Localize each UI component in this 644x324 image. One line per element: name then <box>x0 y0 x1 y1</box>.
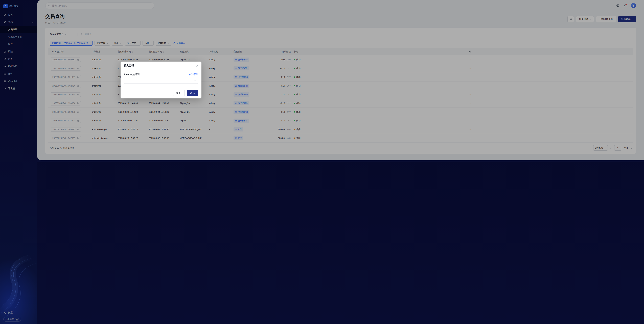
password-modal: 输入密码 × Antom支付密码 修改密码 取 消 确 认 <box>120 61 202 98</box>
modal-title: 输入密码 <box>124 64 134 67</box>
modal-header: 输入密码 × <box>120 61 202 70</box>
password-input[interactable] <box>126 79 194 82</box>
password-field-label: Antom支付密码 <box>124 73 140 76</box>
cancel-button[interactable]: 取 消 <box>173 90 185 96</box>
eye-invisible-icon[interactable] <box>194 79 196 82</box>
confirm-button[interactable]: 确 认 <box>187 90 198 96</box>
modal-footer: 取 消 确 认 <box>120 88 202 98</box>
password-input-wrapper <box>124 78 198 84</box>
change-password-link[interactable]: 修改密码 <box>189 73 198 76</box>
modal-body: Antom支付密码 修改密码 <box>120 70 202 88</box>
close-icon[interactable]: × <box>196 64 198 67</box>
